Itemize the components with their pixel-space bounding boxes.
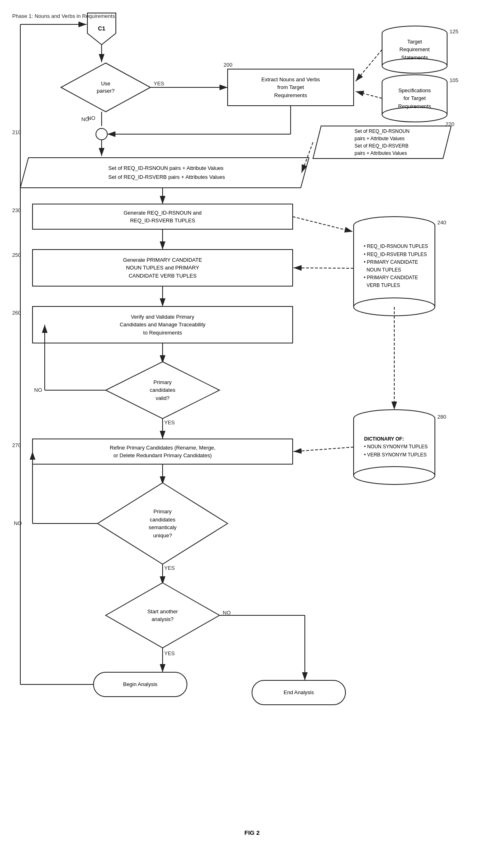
svg-point-10 bbox=[96, 128, 107, 140]
database2-node: DICTIONARY OF: • NOUN SYNONYM TUPLES • V… bbox=[354, 419, 435, 476]
n125-label: 125 bbox=[450, 28, 458, 35]
generate-primary-node: Generate PRIMARY CANDIDATE NOUN TUPLES a… bbox=[33, 250, 293, 286]
n210-label: 210 bbox=[12, 129, 21, 135]
extract-node: Extract Nouns and Verbsfrom TargetRequir… bbox=[228, 69, 354, 106]
database1-node: • REQ_ID-RSNOUN TUPLES • REQ_ID-RSVERB T… bbox=[354, 226, 435, 307]
n260-label: 260 bbox=[12, 310, 21, 316]
n240-label: 240 bbox=[437, 219, 446, 226]
set-pairs-node: Set of REQ_ID-RSNOUN pairs + Attribute V… bbox=[24, 158, 301, 188]
yes2-label: YES bbox=[164, 419, 175, 426]
n250-label: 250 bbox=[12, 252, 21, 258]
begin-analysis-node: Begin Analysis bbox=[93, 672, 187, 697]
svg-line-39 bbox=[293, 268, 354, 268]
n280-label: 280 bbox=[437, 414, 446, 420]
generate-tuples-node: Generate REQ_ID-RSNOUN andREQ_ID-RSVERB … bbox=[33, 204, 293, 229]
verify-node: Verify and Validate Primary Candidates a… bbox=[33, 306, 293, 343]
svg-line-53 bbox=[293, 447, 354, 452]
refine-node: Refine Primary Candidates (Rename, Merge… bbox=[33, 439, 293, 464]
no1-label: NO bbox=[87, 115, 96, 121]
semantically-unique-node: Primarycandidatessemanticalyunique? bbox=[98, 483, 228, 564]
yes1-label: YES bbox=[154, 80, 164, 87]
target-req-stmts-node: TargetRequirementStatements bbox=[382, 33, 447, 66]
n105-label: 105 bbox=[450, 77, 458, 83]
yes3-label: YES bbox=[164, 565, 175, 571]
n230-label: 230 bbox=[12, 207, 21, 213]
svg-line-23 bbox=[356, 91, 382, 98]
use-parser-node: Use parser? bbox=[77, 71, 134, 104]
end-analysis-node: End Analysis bbox=[252, 680, 345, 705]
set-pairs-right-node: Set of REQ_ID-RSNOUN pairs + Attribute V… bbox=[315, 126, 445, 159]
n200-label: 200 bbox=[224, 62, 232, 68]
n270-label: 270 bbox=[12, 442, 21, 448]
diagram-container: NO bbox=[0, 0, 504, 847]
no2-label: NO bbox=[34, 387, 42, 393]
primary-valid-node: Primarycandidatesvalid? bbox=[106, 362, 219, 419]
svg-line-38 bbox=[293, 217, 353, 232]
svg-line-22 bbox=[356, 50, 382, 81]
n220-label: 220 bbox=[445, 121, 454, 127]
no4-label: NO bbox=[223, 610, 231, 616]
yes4-label: YES bbox=[164, 650, 175, 656]
no3-label: NO bbox=[14, 520, 22, 526]
specs-node: Specificationsfor TargetRequirements bbox=[382, 82, 447, 115]
start-another-node: Start anotheranalysis? bbox=[106, 583, 219, 648]
c1-node: C1 bbox=[87, 13, 116, 45]
fig-caption: FIG 2 bbox=[207, 829, 297, 836]
